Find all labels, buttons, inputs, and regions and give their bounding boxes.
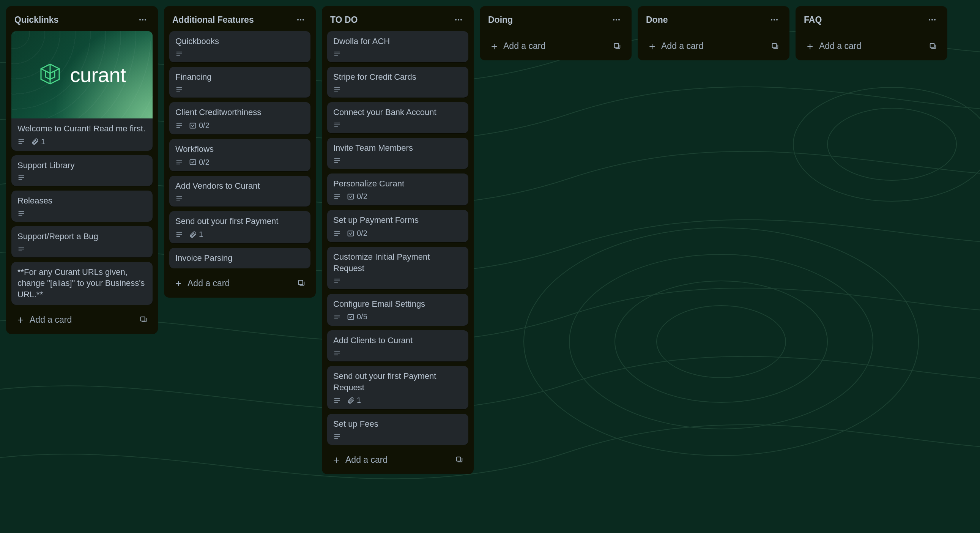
list-title[interactable]: Done [646,15,668,25]
list-title[interactable]: TO DO [330,15,358,25]
card-title: Support Library [18,160,146,171]
description-icon [333,349,341,357]
list-header: Additional Features [169,11,311,31]
description-icon [333,313,341,321]
list-menu-button[interactable] [294,13,307,27]
add-card-button[interactable]: Add a card [803,39,865,54]
card-badges [333,50,462,58]
add-card-button[interactable]: Add a card [645,39,707,54]
add-card-row: Add a card [484,37,627,56]
add-card-row: Add a card [800,37,943,56]
list-title[interactable]: Additional Features [172,15,254,25]
svg-point-47 [458,19,459,21]
card-badges [333,277,462,285]
card[interactable]: **For any Curant URLs given, change "[al… [11,262,153,305]
template-icon [929,42,937,51]
cards-container: QuickbooksFinancingClient Creditworthine… [169,31,311,268]
list-menu-button[interactable] [609,13,623,27]
card-title: Releases [18,195,146,207]
card[interactable]: Set up Payment Forms0/2 [327,210,468,242]
svg-rect-45 [299,280,303,285]
card[interactable]: Customize Initial Payment Request [327,247,468,289]
card-title: **For any Curant URLs given, change "[al… [18,266,146,300]
card-template-button[interactable] [926,40,940,53]
cards-container: curantWelcome to Curant! Read me first.1… [11,31,153,305]
svg-point-24 [302,19,304,21]
attachment-badge: 1 [31,137,45,146]
card-title: Invoice Parsing [175,253,304,264]
description-icon [333,230,341,237]
list-menu-button[interactable] [767,13,781,27]
description-icon [175,122,183,129]
card[interactable]: Workflows0/2 [169,139,310,171]
svg-point-91 [773,19,775,21]
card[interactable]: Client Creditworthiness0/2 [169,102,310,134]
card-title: Dwolla for ACH [333,36,462,47]
svg-point-48 [460,19,462,21]
card-template-button[interactable] [294,276,308,290]
checklist-badge: 0/5 [347,312,368,321]
card[interactable]: Connect your Bank Account [327,102,468,133]
checklist-badge: 0/2 [189,158,210,167]
card-title: Customize Initial Payment Request [333,251,462,274]
card[interactable]: Quickbooks [169,31,310,62]
card[interactable]: Add Vendors to Curant [169,176,310,207]
card[interactable]: Dwolla for ACH [327,31,468,62]
list-title[interactable]: Doing [488,15,513,25]
checklist-count: 0/5 [357,312,368,321]
checklist-badge: 0/2 [347,192,368,201]
card[interactable]: Configure Email Settings0/5 [327,294,468,326]
add-card-row: Add a card [326,450,469,469]
card[interactable]: Personalize Curant0/2 [327,173,468,206]
svg-rect-85 [457,457,461,461]
add-card-button[interactable]: Add a card [172,276,234,291]
card[interactable]: Financing [169,67,310,98]
card-template-button[interactable] [452,453,466,466]
card-badges [18,245,146,253]
svg-rect-93 [772,43,776,48]
add-card-label: Add a card [819,41,861,51]
svg-point-23 [300,19,301,21]
card[interactable]: Support Library [11,155,153,186]
card-badges [175,86,304,93]
add-card-button[interactable]: Add a card [487,39,549,54]
card[interactable]: Send out your first Payment Request1 [327,366,468,409]
list: TO DODwolla for ACHStripe for Credit Car… [322,6,474,474]
checklist-count: 0/2 [357,229,368,238]
description-icon [18,138,25,145]
svg-point-86 [613,19,614,21]
list-title[interactable]: FAQ [804,15,822,25]
add-card-label: Add a card [503,41,546,51]
card[interactable]: Invoice Parsing [169,248,310,268]
add-card-button[interactable]: Add a card [329,452,391,467]
card[interactable]: Stripe for Credit Cards [327,67,468,98]
svg-point-95 [931,19,933,21]
add-card-label: Add a card [345,455,388,465]
description-icon [333,397,341,404]
card-cover: curant [11,31,153,118]
card[interactable]: Releases [11,191,153,222]
list-menu-button[interactable] [136,13,150,27]
svg-point-87 [616,19,617,21]
card-template-button[interactable] [137,313,150,326]
card[interactable]: Support/Report a Bug [11,226,153,258]
description-icon [333,433,341,441]
card[interactable]: Invite Team Members [327,138,468,169]
list-title[interactable]: Quicklinks [14,15,59,25]
card-title: Connect your Bank Account [333,107,462,118]
card-template-button[interactable] [610,40,624,53]
card[interactable]: curantWelcome to Curant! Read me first.1 [11,31,153,151]
card[interactable]: Set up Fees [327,414,468,445]
card-template-button[interactable] [768,40,782,53]
card-badges: 1 [175,230,304,239]
card[interactable]: Send out your first Payment1 [169,211,310,243]
card[interactable]: Add Clients to Curant [327,330,468,361]
list-menu-button[interactable] [925,13,939,27]
card-badges [333,86,462,93]
add-card-row: Add a card [11,310,153,329]
list-menu-button[interactable] [452,13,465,27]
brand-text: curant [70,63,126,87]
plus-icon [333,455,342,464]
checklist-count: 0/2 [357,192,368,201]
add-card-button[interactable]: Add a card [14,312,76,327]
